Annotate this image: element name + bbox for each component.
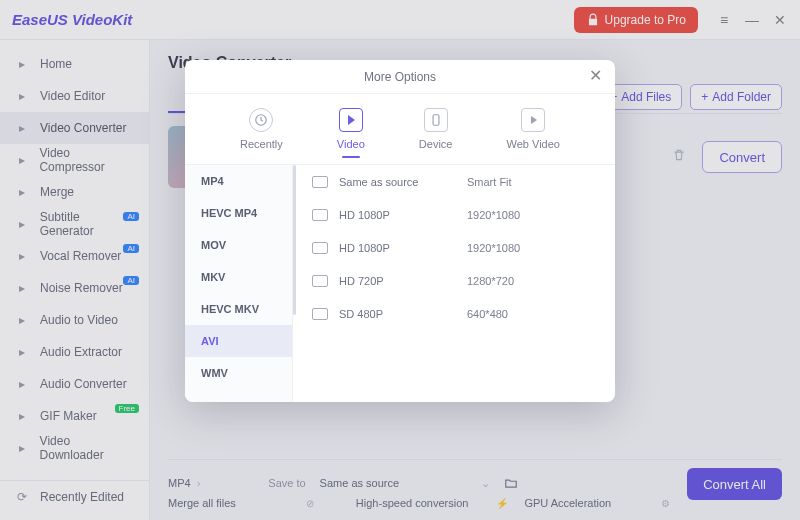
format-wmv[interactable]: WMV xyxy=(185,357,292,389)
screen-icon xyxy=(311,242,329,254)
format-mov[interactable]: MOV xyxy=(185,229,292,261)
resolution-option[interactable]: HD 1080P1920*1080 xyxy=(293,231,615,264)
screen-icon xyxy=(311,308,329,320)
format-mp4[interactable]: MP4 xyxy=(185,165,292,197)
video-icon xyxy=(339,108,363,132)
format-hevc-mkv[interactable]: HEVC MKV xyxy=(185,293,292,325)
clock-icon xyxy=(249,108,273,132)
format-avi[interactable]: AVI xyxy=(185,325,292,357)
screen-icon xyxy=(311,275,329,287)
format-list[interactable]: MP4HEVC MP4MOVMKVHEVC MKVAVIWMV xyxy=(185,165,293,402)
resolution-option[interactable]: HD 720P1280*720 xyxy=(293,264,615,297)
svg-rect-1 xyxy=(433,115,439,126)
modal-backdrop[interactable]: More Options ✕ Recently Video Device Web… xyxy=(0,0,800,520)
device-icon xyxy=(424,108,448,132)
web-video-icon xyxy=(521,108,545,132)
resolution-option[interactable]: Same as sourceSmart Fit xyxy=(293,165,615,198)
resolution-list[interactable]: Same as sourceSmart FitHD 1080P1920*1080… xyxy=(293,165,615,402)
modal-title: More Options xyxy=(364,70,436,84)
screen-icon xyxy=(311,209,329,221)
more-options-modal: More Options ✕ Recently Video Device Web… xyxy=(185,60,615,402)
cat-video[interactable]: Video xyxy=(337,108,365,158)
screen-icon xyxy=(311,176,329,188)
format-hevc-mp4[interactable]: HEVC MP4 xyxy=(185,197,292,229)
resolution-option[interactable]: SD 480P640*480 xyxy=(293,297,615,330)
cat-recently[interactable]: Recently xyxy=(240,108,283,158)
cat-web[interactable]: Web Video xyxy=(507,108,560,158)
resolution-option[interactable]: HD 1080P1920*1080 xyxy=(293,198,615,231)
modal-close-button[interactable]: ✕ xyxy=(589,68,605,84)
format-mkv[interactable]: MKV xyxy=(185,261,292,293)
cat-device[interactable]: Device xyxy=(419,108,453,158)
